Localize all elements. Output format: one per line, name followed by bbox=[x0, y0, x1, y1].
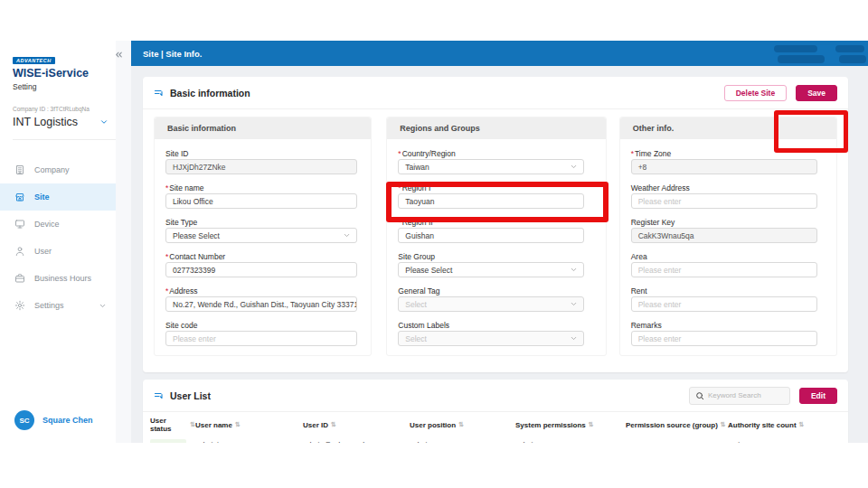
list-icon bbox=[154, 390, 165, 401]
sort-icon[interactable]: ⇅ bbox=[331, 421, 336, 428]
field-value: Select bbox=[405, 300, 427, 309]
sidebar-collapse-icon[interactable] bbox=[108, 46, 129, 62]
sort-icon[interactable]: ⇅ bbox=[458, 421, 464, 428]
column-header-user-status[interactable]: User status⇅ bbox=[150, 417, 195, 433]
column-header-permission-source-group-[interactable]: Permission source (group)⇅ bbox=[626, 421, 728, 429]
field-site-name: *Site nameLikou Office bbox=[165, 183, 360, 209]
input-area[interactable]: Please enter bbox=[631, 262, 817, 277]
field-region-i: *Region ITaoyuan bbox=[398, 183, 594, 209]
input-site-name[interactable]: Likou Office bbox=[165, 193, 357, 209]
field-label-custom-labels: Custom Labels bbox=[398, 320, 594, 331]
edit-button[interactable]: Edit bbox=[799, 388, 837, 404]
field-label-contact-number: *Contact Number bbox=[165, 251, 360, 262]
column-header-system-permissions[interactable]: System permissions⇅ bbox=[515, 421, 626, 429]
field-value: Please enter bbox=[638, 197, 682, 206]
select-custom-labels[interactable]: Select bbox=[398, 331, 584, 346]
input-contact-number[interactable]: 0277323399 bbox=[165, 262, 357, 277]
chevron-down-icon bbox=[570, 300, 578, 308]
sidebar-item-label: Company bbox=[34, 165, 70, 174]
company-dropdown[interactable]: INT Logistics bbox=[13, 116, 116, 128]
user-list-card-title-text: User List bbox=[170, 390, 211, 401]
input-region-i[interactable]: Taoyuan bbox=[398, 193, 584, 209]
field-label-area: Area bbox=[631, 251, 826, 262]
account-block[interactable]: SC Square Chen bbox=[14, 410, 93, 430]
redacted-icon bbox=[778, 55, 825, 63]
input-site-id: HJXjDh27ZNke bbox=[165, 159, 357, 174]
sidebar-item-user[interactable]: User bbox=[0, 238, 116, 265]
select-site-type[interactable]: Please Select bbox=[165, 228, 357, 243]
site-info-card-header: Basic information Delete Site Save bbox=[143, 77, 848, 109]
sidebar-item-company[interactable]: Company bbox=[0, 156, 116, 183]
sidebar-item-label: Business Hours bbox=[34, 274, 91, 283]
table-cell: Admin bbox=[410, 441, 515, 444]
site-info-card-title-text: Basic information bbox=[170, 88, 250, 99]
sort-icon[interactable]: ⇅ bbox=[589, 421, 594, 428]
sidebar-item-device[interactable]: Device bbox=[0, 211, 116, 238]
redacted-icon bbox=[774, 45, 817, 52]
column-header-user-position[interactable]: User position⇅ bbox=[410, 421, 515, 429]
field-value: HJXjDh27ZNke bbox=[173, 163, 226, 172]
field-label-site-name: *Site name bbox=[165, 183, 360, 193]
user-list-card: User List Edit User status⇅User name⇅Use… bbox=[143, 380, 848, 443]
delete-site-button[interactable]: Delete Site bbox=[724, 85, 787, 101]
chevron-down-icon[interactable] bbox=[99, 117, 108, 127]
keyword-search[interactable] bbox=[689, 387, 790, 405]
field-weather-address: Weather AddressPlease enter bbox=[631, 183, 826, 209]
field-area: AreaPlease enter bbox=[631, 251, 826, 277]
input-region-ii[interactable]: Guishan bbox=[398, 228, 584, 243]
field-label-country-region: *Country/Region bbox=[398, 148, 594, 159]
form-column-3: Other info.*Time Zone+8Weather AddressPl… bbox=[619, 117, 837, 356]
table-row[interactable]: NormalAdministratoradmin@advantech.com.t… bbox=[150, 436, 841, 443]
select-country-region[interactable]: Taiwan bbox=[398, 159, 584, 174]
person-icon bbox=[14, 246, 25, 257]
field-value: Please enter bbox=[638, 334, 682, 343]
briefcase-icon bbox=[14, 273, 25, 284]
select-site-group[interactable]: Please Select bbox=[398, 262, 584, 277]
field-label-site-group: Site Group bbox=[398, 251, 594, 262]
required-asterisk: * bbox=[398, 149, 401, 158]
field-label-site-type: Site Type bbox=[165, 217, 360, 228]
building-icon bbox=[14, 164, 25, 175]
sort-icon[interactable]: ⇅ bbox=[799, 421, 805, 428]
card-actions: Delete Site Save bbox=[724, 85, 837, 101]
field-value: 0277323399 bbox=[173, 266, 215, 275]
sidebar-nav: CompanySiteDeviceUserBusiness HoursSetti… bbox=[0, 156, 116, 319]
input-remarks[interactable]: Please enter bbox=[631, 331, 817, 346]
field-value: Please Select bbox=[173, 231, 220, 240]
chevron-down-icon bbox=[570, 163, 578, 171]
app-window: ADVANTECH WISE-iService Setting Company … bbox=[0, 41, 868, 443]
column-header-label: Permission source (group) bbox=[626, 421, 718, 429]
sort-icon[interactable]: ⇅ bbox=[721, 421, 726, 428]
company-id-label: Company ID : 3fTCtRLubqNa bbox=[13, 106, 116, 112]
company-selector: Company ID : 3fTCtRLubqNa INT Logistics bbox=[0, 91, 116, 140]
field-register-key: Register KeyCakK3Wnau5qa bbox=[631, 217, 826, 243]
table-cell: Administrator bbox=[195, 441, 303, 444]
sidebar-item-label: Settings bbox=[34, 301, 64, 310]
save-button[interactable]: Save bbox=[796, 85, 837, 101]
sidebar-item-site[interactable]: Site bbox=[0, 183, 116, 211]
column-header-user-name[interactable]: User name⇅ bbox=[195, 421, 303, 429]
sort-icon[interactable]: ⇅ bbox=[235, 421, 241, 428]
keyword-search-input[interactable] bbox=[708, 391, 780, 399]
form-columns: Basic informationSite IDHJXjDh27ZNke*Sit… bbox=[143, 109, 848, 356]
input-address[interactable]: No.27, Wende Rd., Guishan Dist., Taoyuan… bbox=[165, 296, 357, 312]
select-general-tag[interactable]: Select bbox=[398, 296, 584, 312]
field-label-region-ii: *Region II bbox=[398, 217, 594, 228]
input-weather-address[interactable]: Please enter bbox=[631, 193, 817, 209]
redacted-icon bbox=[835, 45, 864, 52]
column-header-authority-site-count[interactable]: Authority site count⇅ bbox=[728, 421, 841, 429]
field-value: Select bbox=[405, 334, 427, 343]
input-site-code[interactable]: Please enter bbox=[165, 331, 357, 346]
site-info-card-title: Basic information bbox=[154, 88, 250, 99]
column-header-user-id[interactable]: User ID⇅ bbox=[303, 421, 410, 429]
sidebar-item-settings[interactable]: Settings bbox=[0, 292, 116, 319]
required-asterisk: * bbox=[165, 286, 168, 296]
user-table: User status⇅User name⇅User ID⇅User posit… bbox=[143, 414, 848, 443]
sidebar-item-label: User bbox=[34, 247, 52, 256]
input-rent[interactable]: Please enter bbox=[631, 296, 817, 312]
sidebar-item-business-hours[interactable]: Business Hours bbox=[0, 265, 116, 292]
content-area: Basic information Delete Site Save Basic… bbox=[131, 66, 868, 443]
user-table-header-row: User status⇅User name⇅User ID⇅User posit… bbox=[150, 414, 841, 436]
field-region-ii: *Region IIGuishan bbox=[398, 217, 594, 243]
avatar[interactable]: SC bbox=[14, 410, 34, 430]
